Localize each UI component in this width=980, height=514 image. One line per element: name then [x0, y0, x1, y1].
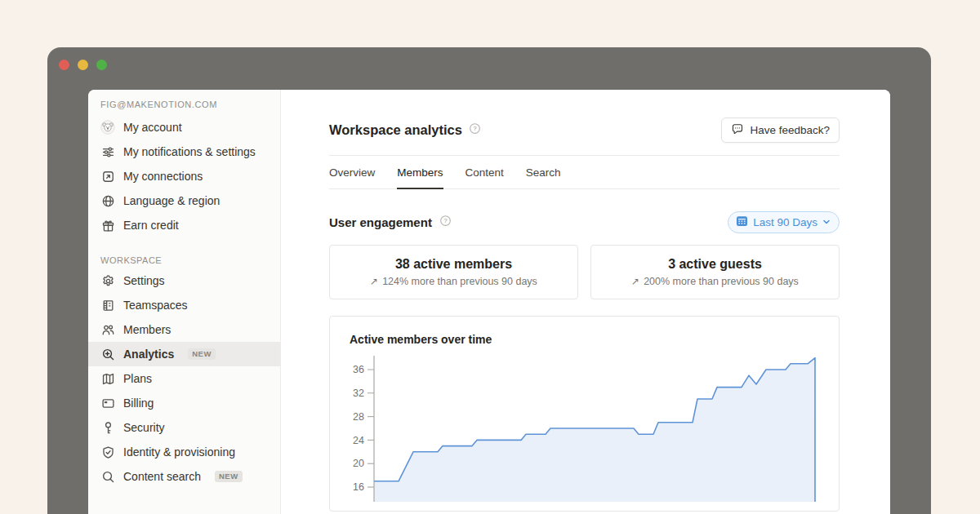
- active-members-stat-card: 38 active members ↗ 124% more than previ…: [329, 245, 578, 299]
- help-icon[interactable]: ?: [439, 215, 452, 230]
- sidebar-item-plans[interactable]: Plans: [88, 366, 280, 391]
- tab-members[interactable]: Members: [397, 166, 443, 189]
- stat-value: 38 active members: [395, 257, 512, 272]
- minimize-window-button[interactable]: [78, 60, 88, 70]
- help-icon[interactable]: ?: [469, 122, 481, 138]
- sidebar-item-label: My notifications & settings: [123, 144, 256, 160]
- sidebar-item-label: Security: [123, 419, 165, 436]
- svg-text:?: ?: [473, 125, 477, 132]
- trend-up-icon: ↗: [370, 276, 378, 287]
- feedback-button-label: Have feedback?: [750, 124, 830, 136]
- magnifier-icon: [100, 468, 115, 485]
- sidebar-item-label: Language & region: [123, 193, 220, 209]
- new-badge: NEW: [215, 471, 243, 482]
- sidebar-item-analytics[interactable]: Analytics NEW: [88, 342, 280, 366]
- key-icon: [100, 419, 115, 436]
- new-badge: NEW: [188, 348, 216, 360]
- svg-text:16: 16: [353, 481, 364, 493]
- sidebar-item-members[interactable]: Members: [88, 317, 280, 342]
- stat-delta: ↗ 124% more than previous 90 days: [370, 276, 537, 287]
- stat-delta: ↗ 200% more than previous 90 days: [631, 276, 799, 287]
- gear-icon: [100, 273, 115, 289]
- sidebar-item-label: Teamspaces: [123, 297, 188, 313]
- analytics-main-content: Workspace analytics ? Have feedback? Ove…: [281, 90, 890, 514]
- tab-search[interactable]: Search: [526, 166, 561, 189]
- account-email-header: FIG@MAKENOTION.COM: [88, 100, 280, 109]
- trend-up-icon: ↗: [631, 276, 639, 287]
- zoom-window-button[interactable]: [96, 60, 107, 70]
- sidebar-item-label: My account: [123, 119, 182, 135]
- sidebar-item-settings[interactable]: Settings: [88, 268, 280, 293]
- building-icon: [100, 297, 115, 313]
- svg-text:32: 32: [353, 388, 364, 399]
- svg-text:?: ?: [443, 217, 448, 224]
- analytics-tabs: Overview Members Content Search: [329, 166, 840, 189]
- sidebar-item-label: Plans: [123, 370, 152, 387]
- credit-card-icon: [100, 395, 115, 411]
- sidebar-item-notifications-settings[interactable]: My notifications & settings: [88, 140, 280, 164]
- sidebar-item-label: Billing: [123, 395, 154, 411]
- date-range-label: Last 90 Days: [753, 216, 817, 228]
- koala-avatar-icon: [100, 119, 115, 135]
- sidebar-item-billing[interactable]: Billing: [88, 391, 280, 415]
- shield-check-icon: [100, 444, 115, 460]
- sidebar-item-content-search[interactable]: Content search NEW: [88, 464, 280, 489]
- sidebar-item-language-region[interactable]: Language & region: [88, 188, 280, 213]
- window-controls: [59, 60, 107, 70]
- sidebar-item-label: Earn credit: [123, 217, 179, 233]
- feedback-bubble-icon: [731, 122, 744, 138]
- date-range-dropdown[interactable]: Last 90 Days: [728, 211, 840, 233]
- sidebar-item-my-account[interactable]: My account: [88, 115, 280, 140]
- calendar-icon: [736, 215, 748, 229]
- sidebar-item-label: Members: [123, 321, 171, 338]
- have-feedback-button[interactable]: Have feedback?: [721, 117, 840, 143]
- stat-value: 3 active guests: [668, 257, 762, 272]
- tab-overview[interactable]: Overview: [329, 166, 375, 189]
- sliders-icon: [100, 144, 115, 160]
- svg-text:24: 24: [353, 435, 364, 446]
- active-guests-stat-card: 3 active guests ↗ 200% more than previou…: [590, 245, 840, 299]
- svg-text:36: 36: [353, 364, 364, 375]
- sidebar-item-label: Settings: [123, 273, 165, 289]
- chevron-down-icon: [822, 216, 831, 228]
- close-window-button[interactable]: [59, 60, 69, 70]
- sidebar-item-label: My connections: [123, 168, 203, 184]
- settings-sidebar: FIG@MAKENOTION.COM My account My notific…: [88, 90, 281, 514]
- sidebar-item-identity-provisioning[interactable]: Identity & provisioning: [88, 440, 280, 464]
- sidebar-item-earn-credit[interactable]: Earn credit: [88, 213, 280, 237]
- map-icon: [100, 370, 115, 387]
- app-window: FIG@MAKENOTION.COM My account My notific…: [47, 47, 931, 514]
- section-title: User engagement: [329, 215, 432, 229]
- sidebar-item-label: Content search: [123, 468, 201, 485]
- page-title: Workspace analytics: [329, 122, 462, 138]
- settings-panel: FIG@MAKENOTION.COM My account My notific…: [88, 90, 890, 514]
- svg-text:20: 20: [353, 458, 364, 469]
- people-icon: [100, 321, 115, 338]
- arrow-up-right-box-icon: [100, 168, 115, 184]
- members-chart: 162024283236: [350, 354, 819, 502]
- globe-icon: [100, 193, 115, 209]
- header-divider: [329, 155, 840, 156]
- sidebar-item-label: Identity & provisioning: [123, 444, 235, 460]
- magnifier-plus-icon: [100, 346, 115, 362]
- sidebar-item-teamspaces[interactable]: Teamspaces: [88, 293, 280, 317]
- sidebar-item-security[interactable]: Security: [88, 415, 280, 440]
- tab-content[interactable]: Content: [466, 166, 504, 189]
- sidebar-item-label: Analytics: [123, 346, 174, 362]
- svg-text:28: 28: [353, 411, 364, 423]
- workspace-section-label: WORKSPACE: [88, 255, 280, 265]
- active-members-chart-card: Active members over time 162024283236: [329, 316, 840, 512]
- sidebar-item-my-connections[interactable]: My connections: [88, 164, 280, 188]
- gift-icon: [100, 217, 115, 233]
- chart-title: Active members over time: [350, 333, 819, 346]
